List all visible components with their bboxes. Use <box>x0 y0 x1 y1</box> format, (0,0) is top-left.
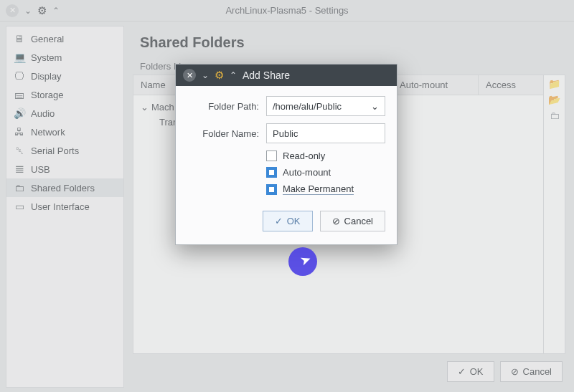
sidebar-item-audio[interactable]: 🔊Audio <box>6 104 123 123</box>
chevron-up-icon[interactable]: ⌃ <box>52 6 60 16</box>
ok-button[interactable]: ✓OK <box>263 211 313 231</box>
auto-mount-row[interactable]: Auto-mount <box>266 167 385 178</box>
sidebar-item-label: Serial Ports <box>31 145 79 156</box>
remove-folder-icon[interactable]: 🗀 <box>550 110 560 121</box>
disk-icon: 🖴 <box>14 89 25 100</box>
folder-path-combo[interactable]: /home/alu/Public ⌄ <box>266 96 385 116</box>
sidebar-item-storage[interactable]: 🖴Storage <box>6 85 123 104</box>
page-title: Shared Folders <box>130 26 568 61</box>
sidebar-item-usb[interactable]: 𝌆USB <box>6 160 123 178</box>
chevron-down-icon: ⌄ <box>141 102 149 113</box>
make-permanent-checkbox[interactable] <box>266 184 277 195</box>
display-icon: 🖵 <box>14 70 25 82</box>
sidebar-item-label: User Interface <box>31 201 90 212</box>
folder-name-value: Public <box>273 128 298 139</box>
chevron-down-icon[interactable]: ⌄ <box>202 70 209 80</box>
main-footer: ✓OK ⊘Cancel <box>130 354 568 388</box>
add-folder-icon[interactable]: 📁 <box>548 78 560 90</box>
usb-icon: 𝌆 <box>14 163 25 175</box>
sidebar-item-label: Storage <box>31 90 64 100</box>
sidebar-item-label: Network <box>31 127 65 138</box>
sidebar-item-label: Audio <box>31 108 55 119</box>
tree-root-label: Mach <box>151 102 174 113</box>
auto-mount-label: Auto-mount <box>283 167 331 178</box>
folder-name-label: Folder Name: <box>187 128 259 139</box>
sidebar-item-serial-ports[interactable]: ␡Serial Ports <box>6 141 123 160</box>
read-only-label: Read-only <box>283 150 325 161</box>
gear-icon[interactable]: ⚙ <box>37 4 47 17</box>
dialog-title: Add Share <box>243 70 290 81</box>
serial-icon: ␡ <box>14 145 25 156</box>
sidebar-item-system[interactable]: 💻System <box>6 48 123 67</box>
monitor-icon: 🖥 <box>14 33 25 44</box>
sidebar-item-label: Display <box>31 71 62 82</box>
folders-toolbar: 📁 📂 🗀 <box>543 75 565 353</box>
window-title: ArchLinux-Plasma5 - Settings <box>0 5 574 16</box>
column-auto-mount[interactable]: Auto-mount <box>392 75 479 95</box>
speaker-icon: 🔊 <box>14 107 25 119</box>
chevron-down-icon[interactable]: ⌄ <box>24 6 32 16</box>
sidebar-item-display[interactable]: 🖵Display <box>6 67 123 85</box>
main-titlebar: ✕ ⌄ ⚙ ⌃ ArchLinux-Plasma5 - Settings <box>0 0 574 21</box>
add-share-dialog: ✕ ⌄ ⚙ ⌃ Add Share Folder Path: /home/alu… <box>175 64 397 245</box>
cancel-icon: ⊘ <box>511 366 519 377</box>
sidebar-item-shared-folders[interactable]: 🗀Shared Folders <box>6 178 123 197</box>
network-icon: 🖧 <box>14 126 25 138</box>
read-only-checkbox[interactable] <box>266 150 277 161</box>
chevron-down-icon: ⌄ <box>371 101 379 112</box>
read-only-row[interactable]: Read-only <box>266 150 385 161</box>
folder-icon: 🗀 <box>14 182 25 193</box>
dialog-footer: ✓OK ⊘Cancel <box>187 211 385 231</box>
sidebar-item-label: General <box>31 34 64 44</box>
sidebar-item-network[interactable]: 🖧Network <box>6 123 123 141</box>
cancel-button[interactable]: ⊘Cancel <box>320 211 385 231</box>
sidebar-item-label: Shared Folders <box>31 183 95 193</box>
ui-icon: ▭ <box>14 201 25 212</box>
ok-button[interactable]: ✓OK <box>447 361 494 382</box>
sidebar-item-user-interface[interactable]: ▭User Interface <box>6 197 123 216</box>
cancel-button[interactable]: ⊘Cancel <box>500 361 563 382</box>
check-icon: ✓ <box>275 216 283 226</box>
sidebar-item-label: USB <box>31 164 50 175</box>
column-access[interactable]: Access <box>479 75 543 95</box>
sidebar-item-label: System <box>31 52 62 63</box>
sidebar-item-general[interactable]: 🖥General <box>6 29 123 48</box>
folder-name-field[interactable]: Public <box>266 123 385 143</box>
folder-path-value: /home/alu/Public <box>273 101 342 112</box>
chip-icon: 💻 <box>14 52 25 63</box>
check-icon: ✓ <box>458 366 466 377</box>
close-icon[interactable]: ✕ <box>6 4 19 17</box>
edit-folder-icon[interactable]: 📂 <box>548 94 560 105</box>
dialog-titlebar[interactable]: ✕ ⌄ ⚙ ⌃ Add Share <box>176 64 397 86</box>
settings-sidebar: 🖥General 💻System 🖵Display 🖴Storage 🔊Audi… <box>6 26 124 388</box>
gear-icon[interactable]: ⚙ <box>215 69 224 82</box>
cancel-icon: ⊘ <box>332 216 340 226</box>
folder-path-label: Folder Path: <box>187 101 259 112</box>
make-permanent-row[interactable]: Make Permanent <box>266 183 385 195</box>
chevron-up-icon[interactable]: ⌃ <box>230 70 237 80</box>
make-permanent-label: Make Permanent <box>283 183 354 195</box>
close-icon[interactable]: ✕ <box>183 69 196 82</box>
auto-mount-checkbox[interactable] <box>266 167 277 178</box>
